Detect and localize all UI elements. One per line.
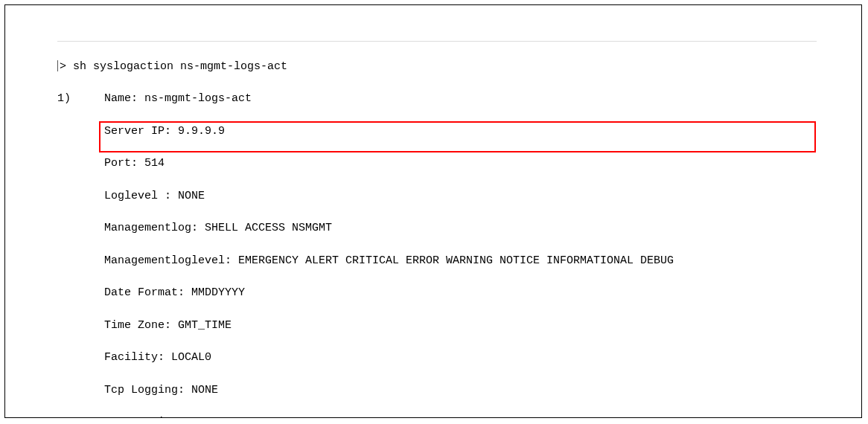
terminal-output: > sh syslogaction ns-mgmt-logs-act 1) Na… (57, 42, 817, 418)
spacer (71, 92, 104, 105)
line-time-zone: Time Zone: GMT_TIME (57, 318, 817, 334)
line-date-format: Date Format: MMDDYYYY (57, 285, 817, 301)
line-port: Port: 514 (57, 155, 817, 172)
result-index-line: 1) Name: ns-mgmt-logs-act (57, 91, 817, 107)
terminal-frame: > sh syslogaction ns-mgmt-logs-act 1) Na… (4, 4, 862, 418)
result-index: 1) (57, 92, 71, 105)
cursor-icon (57, 60, 58, 71)
line-server-ip: Server IP: 9.9.9.9 (57, 123, 817, 140)
line-name: Name: ns-mgmt-logs-act (104, 92, 252, 105)
line-facility: Facility: LOCAL0 (57, 350, 817, 366)
line-loglevel: Loglevel : NONE (57, 188, 817, 205)
top-separator (57, 41, 817, 42)
command-line: > sh syslogaction ns-mgmt-logs-act (57, 59, 817, 75)
line-managementlog: Managementlog: SHELL ACCESS NSMGMT (57, 220, 817, 237)
line-managementloglevel: Managementloglevel: EMERGENCY ALERT CRIT… (57, 253, 817, 269)
line-acl-logging: ACL Logging: DISABLED (57, 414, 817, 418)
command-text: > sh syslogaction ns-mgmt-logs-act (60, 60, 287, 73)
line-tcp-logging: Tcp Logging: NONE (57, 382, 817, 399)
